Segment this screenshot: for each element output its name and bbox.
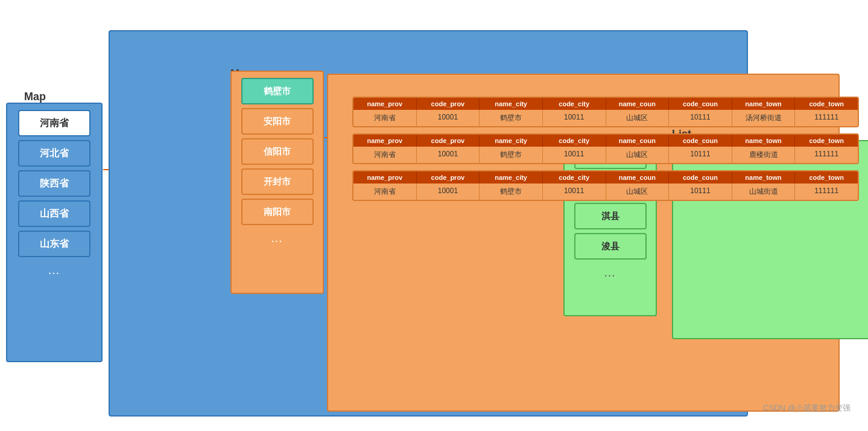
city-item-anyang[interactable]: 安阳市 <box>241 108 314 135</box>
large-blue-box: Map 鹤壁市 安阳市 信阳市 开封市 南阳市 … List 山城区 淇滨区 淇… <box>109 30 748 417</box>
watermark: CSDN @小苗要努力变强 <box>763 403 851 413</box>
header-cell-name_prov: name_prov <box>353 135 417 147</box>
data-cell-2-4: 山城区 <box>606 184 670 200</box>
data-cell-1-6: 鹿楼街道 <box>732 147 796 163</box>
data-cell-1-3: 10011 <box>543 147 606 163</box>
header-cell-name_coun: name_coun <box>606 98 670 110</box>
header-cell-code_town: code_town <box>795 98 858 110</box>
outer-map-label: Map <box>24 91 46 103</box>
data-cell-0-6: 汤河桥街道 <box>732 110 796 126</box>
dots-city: … <box>271 231 284 245</box>
district-item-junxian[interactable]: 浚县 <box>574 233 647 260</box>
diagram-container: Map 河南省 河北省 陕西省 山西省 山东省 … Map 鹤壁市 安阳市 信阳… <box>6 12 863 417</box>
data-cell-2-0: 河南省 <box>353 184 417 200</box>
city-item-xinyang[interactable]: 信阳市 <box>241 138 314 165</box>
header-cell-code_city: code_city <box>543 135 606 147</box>
record-block-1: name_provcode_provname_citycode_cityname… <box>352 133 859 164</box>
records-area: name_provcode_provname_citycode_cityname… <box>352 97 859 207</box>
data-cell-1-4: 山城区 <box>606 147 670 163</box>
data-cell-0-5: 10111 <box>669 110 732 126</box>
header-cell-code_town: code_town <box>795 171 858 184</box>
data-cell-2-3: 10011 <box>543 184 606 200</box>
header-cell-code_coun: code_coun <box>669 98 732 110</box>
header-cell-code_town: code_town <box>795 135 858 147</box>
header-cell-code_city: code_city <box>543 171 606 184</box>
province-item-shandong[interactable]: 山东省 <box>18 231 90 257</box>
dots-district: … <box>604 266 617 279</box>
data-cell-0-7: 111111 <box>795 110 858 126</box>
data-cell-2-7: 111111 <box>795 184 858 200</box>
city-item-kaifeng[interactable]: 开封市 <box>241 168 314 195</box>
header-cell-name_city: name_city <box>480 171 543 184</box>
data-cell-0-1: 10001 <box>417 110 480 126</box>
header-cell-code_prov: code_prov <box>417 98 480 110</box>
data-cell-0-2: 鹤壁市 <box>480 110 543 126</box>
data-cell-0-0: 河南省 <box>353 110 417 126</box>
data-cell-0-3: 10011 <box>543 110 606 126</box>
header-cell-name_city: name_city <box>480 135 543 147</box>
outer-map-box: 河南省 河北省 陕西省 山西省 山东省 … <box>6 103 103 362</box>
city-item-hebi[interactable]: 鹤壁市 <box>241 78 314 104</box>
header-cell-name_coun: name_coun <box>606 135 670 147</box>
province-item-hebei[interactable]: 河南省 <box>18 110 90 136</box>
data-cell-1-7: 111111 <box>795 147 858 163</box>
header-cell-name_prov: name_prov <box>353 98 417 110</box>
data-cell-2-1: 10001 <box>417 184 480 200</box>
header-cell-name_town: name_town <box>732 135 796 147</box>
data-cell-1-0: 河南省 <box>353 147 417 163</box>
city-map-box: 鹤壁市 安阳市 信阳市 开封市 南阳市 … <box>230 71 324 294</box>
data-cell-1-2: 鹤壁市 <box>480 147 543 163</box>
header-cell-code_prov: code_prov <box>417 135 480 147</box>
header-cell-name_town: name_town <box>732 98 796 110</box>
dots-outer: … <box>48 263 61 277</box>
header-cell-name_town: name_town <box>732 171 796 184</box>
header-cell-code_coun: code_coun <box>669 171 732 184</box>
data-cell-2-2: 鹤壁市 <box>480 184 543 200</box>
header-cell-name_prov: name_prov <box>353 171 417 184</box>
data-cell-1-5: 10111 <box>669 147 732 163</box>
header-cell-name_city: name_city <box>480 98 543 110</box>
data-cell-2-6: 山城街道 <box>732 184 796 200</box>
data-cell-2-5: 10111 <box>669 184 732 200</box>
header-cell-code_prov: code_prov <box>417 171 480 184</box>
data-cell-1-1: 10001 <box>417 147 480 163</box>
province-item-hebei2[interactable]: 河北省 <box>18 140 90 167</box>
province-item-shaanxi[interactable]: 陕西省 <box>18 170 90 197</box>
data-cell-0-4: 山城区 <box>606 110 670 126</box>
header-cell-code_city: code_city <box>543 98 606 110</box>
province-item-shanxi[interactable]: 山西省 <box>18 200 90 227</box>
header-cell-name_coun: name_coun <box>606 171 670 184</box>
record-block-2: name_provcode_provname_citycode_cityname… <box>352 170 859 201</box>
city-item-nanyang[interactable]: 南阳市 <box>241 199 314 225</box>
record-block-0: name_provcode_provname_citycode_cityname… <box>352 97 859 127</box>
header-cell-code_coun: code_coun <box>669 135 732 147</box>
